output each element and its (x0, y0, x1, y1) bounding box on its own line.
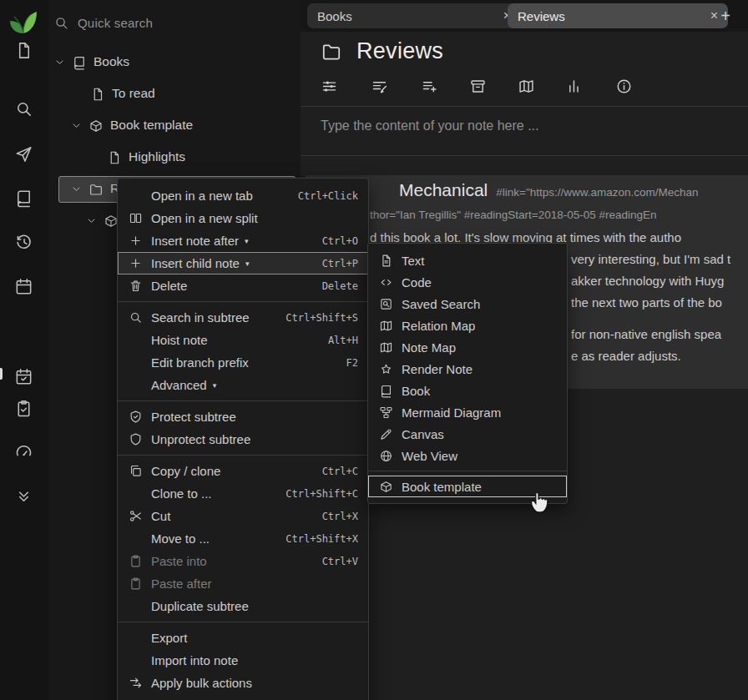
book-note-title-link[interactable]: Mechanical (399, 180, 488, 200)
divider (301, 155, 748, 156)
submenu-item-canvas[interactable]: Canvas (368, 423, 567, 445)
tree-item-to-read[interactable]: To read (48, 80, 301, 108)
scissors-icon (129, 509, 151, 523)
note-title[interactable]: Reviews (356, 38, 443, 64)
tree-item-books[interactable]: Books (48, 48, 301, 77)
folder-icon (321, 41, 342, 63)
menu-item-label: Advanced (151, 378, 207, 392)
menu-item-shortcut: Alt+H (315, 335, 358, 346)
submenu-item-render-note[interactable]: Render Note (368, 358, 567, 380)
menu-item-insert-note-after[interactable]: Insert note after ▾ Ctrl+O (118, 229, 368, 252)
menu-item-delete[interactable]: Delete Delete (118, 274, 368, 297)
tree-item-book-template[interactable]: Book template (48, 112, 301, 140)
clipboard-icon (129, 577, 151, 591)
launcher-collapse-tree-button[interactable] (14, 486, 34, 506)
menu-item-hoist-note[interactable]: Hoist note Alt+H (118, 329, 368, 351)
menu-item-label: Canvas (402, 427, 444, 441)
ribbon-basic-properties-button[interactable] (321, 78, 339, 96)
menu-item-advanced[interactable]: Advanced ▾ (118, 374, 368, 396)
ribbon-inherited-attributes-button[interactable] (421, 78, 439, 96)
list-plus-icon (421, 78, 439, 95)
launcher-recent-changes-button[interactable] (14, 233, 34, 253)
menu-item-label: Text (402, 254, 425, 268)
chevron-down-icon[interactable] (70, 183, 83, 195)
ribbon-note-info-button[interactable] (615, 78, 634, 96)
menu-item-move-to[interactable]: Move to ... Ctrl+Shift+X (118, 527, 368, 550)
launcher-search-button[interactable] (14, 99, 34, 119)
book-icon (379, 384, 402, 398)
note-content-editor[interactable]: Type the content of your note here ... (321, 118, 539, 133)
menu-item-cut[interactable]: Cut Ctrl+X (118, 505, 368, 527)
menu-item-clone-to[interactable]: Clone to ... Ctrl+Shift+C (118, 482, 368, 505)
menu-item-export[interactable]: Export (118, 627, 368, 649)
menu-item-label: Delete (151, 279, 187, 293)
quick-search-input[interactable]: Quick search (48, 10, 249, 35)
menu-item-duplicate-subtree[interactable]: Duplicate subtree (118, 595, 368, 617)
launcher-jump-to-button[interactable] (14, 144, 34, 164)
submenu-item-mermaid-diagram[interactable]: Mermaid Diagram (368, 401, 567, 423)
folder-icon (88, 182, 104, 197)
launcher-calendar-button[interactable] (14, 277, 34, 297)
menu-item-open-in-new-tab[interactable]: Open in a new tab Ctrl+Click (118, 184, 368, 207)
submenu-item-code[interactable]: Code (368, 271, 567, 293)
info-icon (615, 78, 634, 95)
trash-icon (129, 279, 151, 293)
menu-item-search-in-subtree[interactable]: Search in subtree Ctrl+Shift+S (118, 306, 368, 329)
menu-item-label: Book template (402, 480, 482, 494)
add-tab-button[interactable]: + (716, 7, 735, 25)
file-icon (107, 150, 122, 165)
menu-item-import-into-note[interactable]: Import into note (118, 649, 368, 672)
chevron-down-icon[interactable] (85, 214, 98, 227)
launcher-today-button[interactable] (14, 367, 34, 387)
menu-item-shortcut: Ctrl+Click (285, 190, 358, 202)
menu-item-label: Apply bulk actions (151, 676, 252, 690)
ribbon-similar-notes-button[interactable] (566, 78, 584, 96)
bar-chart-icon (566, 78, 584, 95)
quick-search-placeholder: Quick search (78, 16, 153, 30)
menu-item-open-in-new-split[interactable]: Open in a new split (118, 207, 368, 229)
tree-item-label: Book template (110, 118, 193, 133)
hand-cursor-icon (528, 487, 551, 514)
globe-icon (379, 449, 402, 463)
menu-item-label: Paste into (151, 554, 207, 568)
menu-item-insert-child-note[interactable]: Insert child note ▾ Ctrl+P (118, 252, 368, 274)
calendar-check-icon (14, 367, 34, 386)
chevron-down-icon[interactable] (70, 119, 83, 132)
menu-item-label: Open in a new split (151, 211, 258, 225)
launcher-tasks-button[interactable] (14, 399, 34, 419)
launcher-dashboard-button[interactable] (14, 442, 34, 462)
menu-item-copy-clone[interactable]: Copy / clone Ctrl+C (118, 460, 368, 482)
submenu-item-saved-search[interactable]: Saved Search (368, 293, 567, 315)
menu-item-protect-subtree[interactable]: Protect subtree (118, 405, 368, 428)
chevron-down-icon[interactable] (53, 56, 66, 68)
menu-item-label: Code (402, 275, 432, 290)
note-attributes: thor="Ian Tregillis" #readingStart=2018-… (370, 209, 657, 221)
history-icon (14, 233, 34, 252)
tab-books[interactable]: Books × (307, 3, 521, 28)
submenu-item-web-view[interactable]: Web View (368, 445, 567, 466)
ribbon-owned-attributes-button[interactable] (371, 78, 389, 96)
menu-item-shortcut: Ctrl+V (309, 556, 358, 567)
menu-item-edit-branch-prefix[interactable]: Edit branch prefix F2 (118, 351, 368, 374)
menu-item-unprotect-subtree[interactable]: Unprotect subtree (118, 428, 368, 451)
launcher-open-notes-button[interactable] (14, 189, 34, 209)
submenu-item-relation-map[interactable]: Relation Map (368, 315, 567, 336)
note-attributes: #link="https://www.amazon.com/Mechan (496, 186, 698, 199)
menu-separator (118, 455, 368, 456)
submenu-item-text[interactable]: Text (368, 249, 567, 271)
search-icon (14, 99, 34, 118)
submenu-item-note-map[interactable]: Note Map (368, 336, 567, 358)
tree-item-label: Highlights (129, 149, 185, 164)
map-icon (518, 78, 536, 95)
menu-item-label: Web View (402, 449, 457, 463)
launcher-new-note-button[interactable] (14, 41, 34, 61)
ribbon-note-paths-button[interactable] (469, 78, 488, 96)
tab-reviews[interactable]: Reviews × (508, 3, 728, 28)
map-icon (379, 340, 402, 355)
submenu-item-book[interactable]: Book (368, 380, 567, 401)
book-icon (72, 55, 87, 70)
tree-item-highlights[interactable]: Highlights (48, 144, 301, 172)
ribbon-note-map-button[interactable] (518, 78, 536, 96)
menu-item-apply-bulk-actions[interactable]: Apply bulk actions (118, 672, 368, 694)
menu-item-shortcut: Delete (309, 280, 358, 292)
